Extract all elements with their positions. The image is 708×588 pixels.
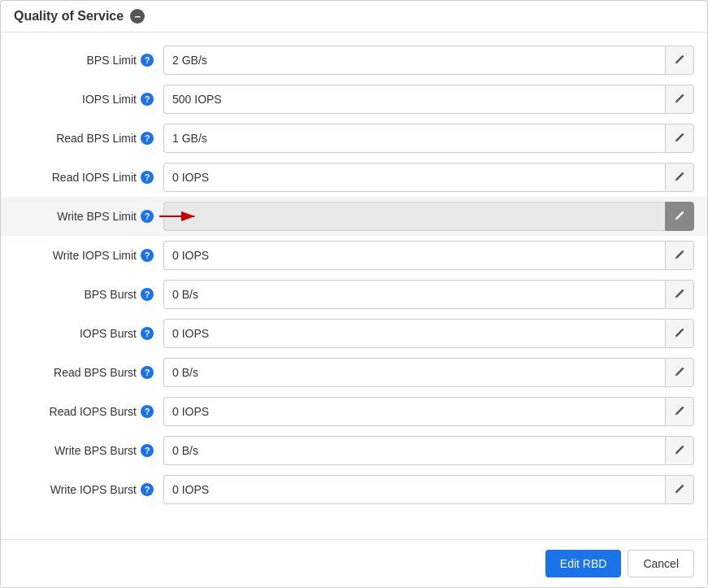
form-row-write-iops-limit: Write IOPS Limit? xyxy=(1,236,707,275)
edit-btn-write-iops-burst[interactable] xyxy=(665,475,694,504)
input-col-read-bps-limit xyxy=(163,124,694,153)
label-write-bps-limit: Write BPS Limit? xyxy=(1,210,163,223)
form-row-iops-burst: IOPS Burst? xyxy=(1,314,707,353)
input-col-read-bps-burst xyxy=(163,358,694,387)
help-icon-write-bps-limit[interactable]: ? xyxy=(141,210,154,223)
input-col-bps-burst xyxy=(163,280,694,309)
form-row-bps-burst: BPS Burst? xyxy=(1,275,707,314)
label-bps-limit: BPS Limit? xyxy=(1,54,163,67)
label-text-write-iops-burst: Write IOPS Burst xyxy=(50,483,137,496)
input-write-bps-limit[interactable] xyxy=(163,202,665,231)
label-text-read-iops-limit: Read IOPS Limit xyxy=(52,171,137,184)
label-write-iops-limit: Write IOPS Limit? xyxy=(1,249,163,262)
edit-btn-write-bps-limit[interactable] xyxy=(665,202,694,231)
help-icon-read-bps-limit[interactable]: ? xyxy=(141,132,154,145)
edit-btn-write-iops-limit[interactable] xyxy=(665,241,694,270)
input-iops-limit[interactable] xyxy=(163,85,665,114)
help-icon-iops-limit[interactable]: ? xyxy=(141,93,154,106)
cancel-button[interactable]: Cancel xyxy=(628,550,694,577)
input-iops-burst[interactable] xyxy=(163,319,665,348)
input-col-read-iops-burst xyxy=(163,397,694,426)
input-write-iops-burst[interactable] xyxy=(163,475,665,504)
label-text-write-bps-burst: Write BPS Burst xyxy=(54,444,137,457)
input-bps-limit[interactable] xyxy=(163,46,665,75)
submit-button[interactable]: Edit RBD xyxy=(545,550,622,577)
help-icon-read-iops-burst[interactable]: ? xyxy=(141,405,154,418)
input-col-write-iops-burst xyxy=(163,475,694,504)
edit-btn-read-bps-limit[interactable] xyxy=(665,124,694,153)
help-icon-read-iops-limit[interactable]: ? xyxy=(141,171,154,184)
input-read-bps-limit[interactable] xyxy=(163,124,665,153)
input-col-write-bps-limit xyxy=(163,202,694,231)
form-row-iops-limit: IOPS Limit? xyxy=(1,80,707,119)
form-row-write-iops-burst: Write IOPS Burst? xyxy=(1,470,707,509)
input-col-iops-limit xyxy=(163,85,694,114)
input-col-read-iops-limit xyxy=(163,163,694,192)
help-icon-read-bps-burst[interactable]: ? xyxy=(141,366,154,379)
form-body: BPS Limit? IOPS Limit? Read BPS Limit? R… xyxy=(1,33,707,539)
label-bps-burst: BPS Burst? xyxy=(1,288,163,301)
edit-btn-read-bps-burst[interactable] xyxy=(665,358,694,387)
input-read-bps-burst[interactable] xyxy=(163,358,665,387)
form-row-read-bps-limit: Read BPS Limit? xyxy=(1,119,707,158)
input-read-iops-burst[interactable] xyxy=(163,397,665,426)
label-text-read-bps-burst: Read BPS Burst xyxy=(54,366,137,379)
edit-btn-iops-burst[interactable] xyxy=(665,319,694,348)
input-write-iops-limit[interactable] xyxy=(163,241,665,270)
label-text-write-iops-limit: Write IOPS Limit xyxy=(53,249,137,262)
label-text-write-bps-limit: Write BPS Limit xyxy=(57,210,137,223)
form-row-bps-limit: BPS Limit? xyxy=(1,41,707,80)
help-icon-write-iops-limit[interactable]: ? xyxy=(141,249,154,262)
edit-btn-bps-limit[interactable] xyxy=(665,46,694,75)
input-col-iops-burst xyxy=(163,319,694,348)
input-col-bps-limit xyxy=(163,46,694,75)
label-text-bps-burst: BPS Burst xyxy=(84,288,137,301)
label-text-read-iops-burst: Read IOPS Burst xyxy=(50,405,137,418)
input-read-iops-limit[interactable] xyxy=(163,163,665,192)
label-iops-limit: IOPS Limit? xyxy=(1,93,163,106)
input-col-write-iops-limit xyxy=(163,241,694,270)
form-row-read-iops-limit: Read IOPS Limit? xyxy=(1,158,707,197)
help-icon-write-bps-burst[interactable]: ? xyxy=(141,444,154,457)
label-write-iops-burst: Write IOPS Burst? xyxy=(1,483,163,496)
label-read-iops-burst: Read IOPS Burst? xyxy=(1,405,163,418)
label-read-bps-limit: Read BPS Limit? xyxy=(1,132,163,145)
edit-btn-write-bps-burst[interactable] xyxy=(665,436,694,465)
section-title: Quality of Service xyxy=(14,9,124,24)
help-icon-bps-burst[interactable]: ? xyxy=(141,288,154,301)
label-iops-burst: IOPS Burst? xyxy=(1,327,163,340)
label-text-read-bps-limit: Read BPS Limit xyxy=(56,132,137,145)
label-text-bps-limit: BPS Limit xyxy=(87,54,137,67)
label-text-iops-burst: IOPS Burst xyxy=(80,327,137,340)
modal-footer: Edit RBD Cancel xyxy=(1,539,707,587)
label-write-bps-burst: Write BPS Burst? xyxy=(1,444,163,457)
help-icon-write-iops-burst[interactable]: ? xyxy=(141,483,154,496)
form-row-write-bps-burst: Write BPS Burst? xyxy=(1,431,707,470)
input-bps-burst[interactable] xyxy=(163,280,665,309)
label-read-iops-limit: Read IOPS Limit? xyxy=(1,171,163,184)
edit-btn-iops-limit[interactable] xyxy=(665,85,694,114)
edit-btn-read-iops-limit[interactable] xyxy=(665,163,694,192)
section-header: Quality of Service − xyxy=(1,1,707,33)
qos-modal: Quality of Service − BPS Limit? IOPS Lim… xyxy=(0,0,708,588)
input-write-bps-burst[interactable] xyxy=(163,436,665,465)
edit-btn-read-iops-burst[interactable] xyxy=(665,397,694,426)
edit-btn-bps-burst[interactable] xyxy=(665,280,694,309)
form-row-read-bps-burst: Read BPS Burst? xyxy=(1,353,707,392)
help-icon-iops-burst[interactable]: ? xyxy=(141,327,154,340)
label-text-iops-limit: IOPS Limit xyxy=(82,93,137,106)
help-icon-bps-limit[interactable]: ? xyxy=(141,54,154,67)
form-row-read-iops-burst: Read IOPS Burst? xyxy=(1,392,707,431)
collapse-icon[interactable]: − xyxy=(130,9,145,24)
input-col-write-bps-burst xyxy=(163,436,694,465)
form-row-write-bps-limit: Write BPS Limit? xyxy=(1,197,707,236)
label-read-bps-burst: Read BPS Burst? xyxy=(1,366,163,379)
